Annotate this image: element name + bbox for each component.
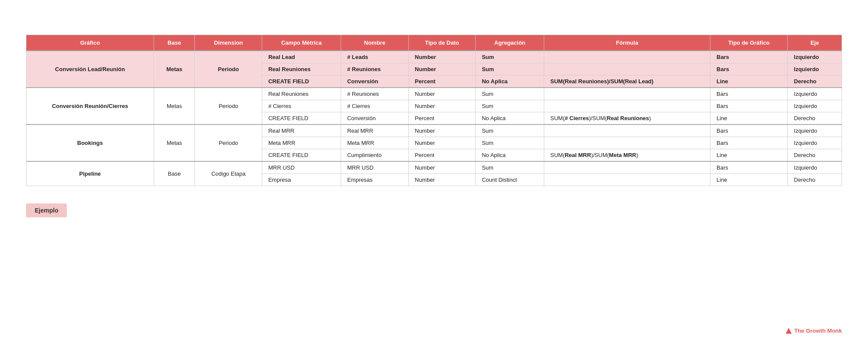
cell-formula: [544, 100, 710, 112]
cell-formula: SUM(Real Reuniones)/SUM(Real Lead): [544, 75, 710, 88]
cell-eje: Derecho: [788, 174, 842, 186]
cell-tipo: Number: [408, 51, 475, 63]
cell-nombre: # Leads: [341, 51, 408, 63]
cell-eje: Derecho: [788, 75, 842, 88]
brand-footer: The Growth Monk: [786, 327, 842, 334]
cell-base: Base: [154, 161, 195, 186]
col-header-agregacion: Agregación: [476, 35, 544, 51]
cell-tipo: Percent: [408, 149, 475, 162]
cell-agregacion: Sum: [476, 161, 544, 174]
cell-base: Metas: [154, 51, 195, 88]
cell-tipo: Number: [408, 63, 475, 75]
table-row: Pipeline Base Codigo Etapa MRR USD MRR U…: [26, 161, 842, 174]
cell-eje: Derecho: [788, 149, 842, 162]
ejemplo-label: Ejemplo: [26, 203, 67, 217]
cell-eje: Derecho: [788, 112, 842, 125]
cell-nombre: Empresas: [341, 174, 408, 186]
brand-name: The Growth Monk: [794, 327, 842, 334]
cell-nombre: Meta MRR: [341, 137, 408, 149]
brand-icon: [786, 328, 792, 334]
cell-agregacion: No Aplica: [476, 112, 544, 125]
cell-tipo: Number: [408, 88, 475, 100]
cell-grafico: Conversión Reunión/Cierres: [26, 88, 154, 124]
cell-formula: [544, 124, 710, 137]
cell-formula: [544, 63, 710, 75]
cell-grafico: Conversión Lead/Reunión: [26, 51, 154, 88]
cell-tipo: Number: [408, 100, 475, 112]
cell-formula: [544, 174, 710, 186]
cell-campo: CREATE FIELD: [262, 112, 341, 125]
cell-agregacion: Sum: [476, 100, 544, 112]
cell-tipo-grafico: Bars: [710, 51, 788, 63]
cell-eje: Izquierdo: [788, 124, 842, 137]
cell-nombre: # Reuniones: [341, 88, 408, 100]
cell-formula: [544, 88, 710, 100]
table-row: Conversión Reunión/Cierres Metas Periodo…: [26, 88, 842, 100]
col-header-formula: Fórmula: [544, 35, 710, 51]
cell-tipo-grafico: Bars: [710, 100, 788, 112]
col-header-tipo: Tipo de Dato: [408, 35, 475, 51]
main-table: Gráfico Base Dimension Campo Métrica Nom…: [26, 35, 842, 186]
cell-agregacion: Sum: [476, 124, 544, 137]
col-header-dimension: Dimension: [195, 35, 262, 51]
cell-nombre: Cumplimiento: [341, 149, 408, 162]
cell-agregacion: Sum: [476, 137, 544, 149]
cell-campo: CREATE FIELD: [262, 75, 341, 88]
cell-formula: SUM(# Cierres)/SUM(Real Reuniones): [544, 112, 710, 125]
table-row: Bookings Metas Periodo Real MRR Real MRR…: [26, 124, 842, 137]
cell-grafico: Pipeline: [26, 161, 154, 186]
cell-dimension: Codigo Etapa: [195, 161, 262, 186]
cell-formula: SUM(Real MRR)/SUM(Meta MRR): [544, 149, 710, 162]
cell-tipo: Percent: [408, 75, 475, 88]
cell-tipo: Number: [408, 174, 475, 186]
cell-eje: Izquierdo: [788, 161, 842, 174]
cell-eje: Izquierdo: [788, 100, 842, 112]
cell-dimension: Periodo: [195, 88, 262, 124]
cell-campo: Real Reuniones: [262, 88, 341, 100]
cell-tipo: Number: [408, 137, 475, 149]
cell-campo: MRR USD: [262, 161, 341, 174]
cell-nombre: # Cierres: [341, 100, 408, 112]
cell-agregacion: Count Distinct: [476, 174, 544, 186]
cell-dimension: Periodo: [195, 51, 262, 88]
cell-nombre: Conversión: [341, 112, 408, 125]
cell-agregacion: Sum: [476, 88, 544, 100]
cell-campo: Real Lead: [262, 51, 341, 63]
cell-nombre: MRR USD: [341, 161, 408, 174]
cell-tipo-grafico: Line: [710, 149, 788, 162]
col-header-campo: Campo Métrica: [262, 35, 341, 51]
cell-eje: Izquierdo: [788, 137, 842, 149]
cell-formula: [544, 51, 710, 63]
cell-agregacion: No Aplica: [476, 149, 544, 162]
cell-campo: Real MRR: [262, 124, 341, 137]
cell-tipo-grafico: Bars: [710, 88, 788, 100]
cell-dimension: Periodo: [195, 124, 262, 161]
cell-nombre: Conversión: [341, 75, 408, 88]
cell-campo: # Cierres: [262, 100, 341, 112]
cell-nombre: # Reuniones: [341, 63, 408, 75]
table-header-row: Gráfico Base Dimension Campo Métrica Nom…: [26, 35, 842, 51]
cell-campo: Meta MRR: [262, 137, 341, 149]
cell-tipo-grafico: Bars: [710, 124, 788, 137]
cell-nombre: Real MRR: [341, 124, 408, 137]
cell-campo: Empresa: [262, 174, 341, 186]
cell-tipo-grafico: Line: [710, 174, 788, 186]
cell-agregacion: Sum: [476, 63, 544, 75]
cell-formula: [544, 161, 710, 174]
col-header-tipo-grafico: Tipo de Gráfico: [710, 35, 788, 51]
cell-tipo: Number: [408, 161, 475, 174]
col-header-eje: Eje: [788, 35, 842, 51]
cell-formula: [544, 137, 710, 149]
cell-campo: Real Reuniones: [262, 63, 341, 75]
cell-tipo: Percent: [408, 112, 475, 125]
cell-tipo-grafico: Line: [710, 112, 788, 125]
cell-grafico: Bookings: [26, 124, 154, 161]
cell-tipo-grafico: Bars: [710, 63, 788, 75]
cell-base: Metas: [154, 88, 195, 124]
table-row: Conversión Lead/Reunión Metas Periodo Re…: [26, 51, 842, 63]
col-header-nombre: Nombre: [341, 35, 408, 51]
cell-tipo: Number: [408, 124, 475, 137]
cell-campo: CREATE FIELD: [262, 149, 341, 162]
page-wrapper: Gráfico Base Dimension Campo Métrica Nom…: [0, 0, 868, 243]
cell-eje: Izquierdo: [788, 63, 842, 75]
